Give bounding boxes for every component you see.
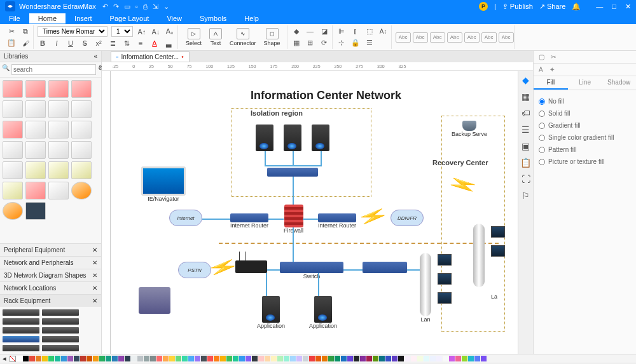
menu-symbols[interactable]: Symbols [191,13,235,24]
maximize-icon[interactable]: □ [612,3,616,11]
color-swatch[interactable] [150,356,156,361]
color-swatch[interactable] [424,356,429,361]
rack-item[interactable] [3,336,39,342]
color-swatch[interactable] [468,356,474,361]
color-swatch[interactable] [481,356,487,361]
shadow-icon[interactable]: ◪ [319,26,329,36]
color-swatch[interactable] [106,356,111,361]
color-swatch[interactable] [17,356,22,361]
bookmark-icon[interactable]: ⚐ [522,191,530,201]
menu-view[interactable]: View [158,13,191,24]
ddn-cloud[interactable]: DDN/FR [391,210,424,226]
color-swatch[interactable] [182,356,188,361]
color-swatch[interactable] [23,356,29,361]
isolation-label[interactable]: Isolation region [251,109,303,117]
align-icon[interactable]: ≡ [135,38,146,48]
opt-pattern[interactable]: Pattern fill [539,144,631,156]
color-swatch[interactable] [474,356,480,361]
color-swatch[interactable] [169,356,175,361]
color-swatch[interactable] [271,356,277,361]
shape-item[interactable] [48,80,69,98]
underline-icon[interactable]: U [66,38,76,48]
rack-item[interactable] [42,327,79,334]
server-2[interactable] [284,125,301,151]
rack-item[interactable] [42,318,79,325]
rack-item[interactable] [3,309,39,316]
diagram-title[interactable]: Information Center Network [251,89,401,102]
shape-item[interactable] [48,100,69,118]
publish-button[interactable]: ⇪ Publish [502,3,533,11]
libraries-collapse-icon[interactable]: « [93,53,97,60]
color-swatch[interactable] [188,356,194,361]
color-swatch[interactable] [335,356,340,361]
tag-icon[interactable]: 🏷 [522,108,530,118]
canvas[interactable]: Information Center Network Isolation reg… [111,71,518,354]
style-swatch[interactable]: Abc [499,32,514,43]
shape-item[interactable] [48,182,69,199]
menu-home[interactable]: Home [29,13,66,24]
colorbar-left-icon[interactable]: ◂ [3,354,6,363]
grow-font-icon[interactable]: A↑ [137,27,147,37]
color-swatch[interactable] [277,356,283,361]
shape-item[interactable] [25,141,46,159]
app-server-2[interactable]: Application [309,296,337,329]
size-icon[interactable]: ⬚ [364,26,375,36]
wifi-router[interactable] [235,260,267,273]
style-swatch[interactable]: Abc [430,32,445,43]
color-swatch[interactable] [118,356,124,361]
image-icon[interactable]: ▣ [522,141,530,151]
style-swatch[interactable]: Abc [447,32,462,43]
color-swatch[interactable] [258,356,264,361]
style-swatch[interactable]: Abc [396,32,411,43]
shape-item[interactable] [25,121,46,138]
color-swatch[interactable] [404,356,410,361]
color-swatch[interactable] [436,356,442,361]
color-swatch[interactable] [322,356,328,361]
color-swatch[interactable] [233,356,238,361]
color-swatch[interactable] [449,356,455,361]
color-swatch[interactable] [55,356,60,361]
shape-tool[interactable]: ◻Shape [260,25,284,49]
opt-solid[interactable]: Solid fill [539,107,631,119]
fill-icon[interactable]: ◆ [291,26,301,36]
backup-server[interactable]: Backup Serve [452,121,487,137]
internet-cloud[interactable]: Internet [169,210,202,226]
recovery-label[interactable]: Recovery Center [432,159,488,166]
color-swatch[interactable] [392,356,398,361]
copy-icon[interactable]: ⧉ [20,26,31,36]
color-swatch[interactable] [61,356,67,361]
font-select[interactable]: Times New Roman [38,26,107,37]
cut-icon[interactable]: ✂ [6,26,17,36]
color-swatch[interactable] [455,356,461,361]
color-swatch[interactable] [80,356,86,361]
category-3d[interactable]: 3D Network Diagram Shapes✕ [0,269,101,281]
prop-effects-icon[interactable]: ✦ [550,66,555,73]
pc-1[interactable] [438,254,452,266]
color-swatch[interactable] [379,356,385,361]
color-swatch[interactable] [176,356,181,361]
shape-item[interactable] [25,161,46,179]
printer[interactable] [139,287,170,314]
shrink-font-icon[interactable]: A↓ [151,27,161,37]
shape-item[interactable] [25,80,46,98]
rack-item[interactable] [3,345,39,351]
tab-shadow[interactable]: Shadow [602,76,636,90]
alignobj-icon[interactable]: ⊫ [336,26,347,36]
no-color-swatch[interactable] [10,356,16,362]
color-swatch[interactable] [252,356,258,361]
distribute-icon[interactable]: ⫿ [350,26,361,36]
color-swatch[interactable] [245,356,251,361]
shape-item[interactable] [48,121,69,138]
opt-picture[interactable]: Picture or texture fill [539,156,631,168]
color-swatch[interactable] [366,356,372,361]
menu-help[interactable]: Help [235,13,268,24]
category-rack[interactable]: Rack Equipment✕ [0,294,101,307]
color-swatch[interactable] [398,356,404,361]
color-swatch[interactable] [220,356,226,361]
opt-gradient[interactable]: Gradient fill [539,119,631,131]
shape-item[interactable] [71,141,92,159]
document-tab[interactable]: ▫Information Center...• [111,51,190,62]
color-swatch[interactable] [144,356,149,361]
opt-singlegrad[interactable]: Single color gradient fill [539,131,631,144]
fontcolor-icon[interactable]: A [149,38,160,48]
